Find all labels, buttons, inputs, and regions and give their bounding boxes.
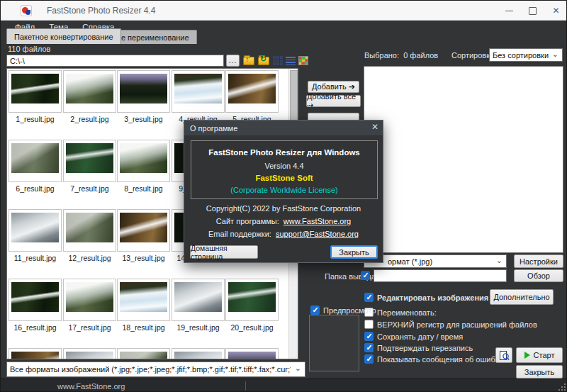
path-input[interactable]: C:\-\ (6, 55, 224, 67)
list-item[interactable] (117, 348, 170, 359)
thumbnail-view-icon[interactable] (273, 55, 285, 67)
selected-label: Выбрано: 0 файлов (364, 51, 438, 60)
company-name: FastStone Soft (191, 174, 377, 182)
selected-files-list[interactable] (364, 66, 563, 253)
list-item[interactable]: 5_result.jpg (225, 70, 279, 123)
app-window: FastStone Photo Resizer 4.4 Файл Тема Сп… (0, 0, 567, 392)
show-errors-label: Показывать сообщения об ошибках (377, 355, 507, 364)
rename-label: Переименовать: (377, 308, 437, 317)
list-item[interactable]: 6_result.jpg (9, 140, 62, 193)
refresh-folder-icon[interactable]: ↻ (258, 55, 270, 67)
about-close-icon[interactable]: ✕ (371, 122, 378, 132)
list-item[interactable]: 12_result.jpg (63, 209, 116, 262)
preview-label: Предпросмотр (323, 306, 376, 315)
preview-pane (309, 315, 359, 371)
about-close-button[interactable]: Закрыть (330, 245, 378, 259)
about-dialog-titlebar[interactable]: О программе ✕ (184, 121, 383, 135)
site-link[interactable]: www.FastStone.org (284, 217, 351, 225)
confirm-overwrite-checkbox[interactable] (364, 343, 374, 352)
tab-row: Пакетное конвертирование Пакетное переим… (1, 28, 567, 44)
magnifier-document-icon (499, 350, 510, 361)
list-item[interactable]: 7_result.jpg (63, 140, 116, 193)
list-item[interactable] (63, 348, 116, 359)
list-item[interactable]: 2_result.jpg (63, 70, 116, 123)
list-item[interactable]: 20_result.jpg (225, 279, 279, 332)
faststone-link[interactable]: www.FastStone.org (57, 382, 125, 391)
preview-checkbox[interactable] (310, 306, 320, 315)
start-button[interactable]: Старт (516, 347, 563, 363)
product-version: Version 4.4 (191, 162, 377, 170)
browse-path-button[interactable]: ... (226, 55, 240, 67)
email-row: Email поддержки: support@FastStone.org (184, 230, 383, 238)
list-view-icon[interactable] (286, 55, 298, 67)
sort-dropdown[interactable]: Без сортировки⌄ (489, 48, 563, 62)
list-item[interactable] (172, 348, 225, 359)
advanced-button[interactable]: Дополнительно (490, 289, 554, 305)
list-item[interactable]: 18_result.jpg (117, 279, 170, 332)
app-logo-icon (21, 5, 32, 16)
uppercase-ext-label: ВЕРХНИЙ регистр для расширений файлов (377, 320, 537, 329)
list-item[interactable] (9, 348, 62, 359)
list-item[interactable]: 8_result.jpg (117, 140, 170, 193)
keep-date-checkbox[interactable] (364, 332, 374, 341)
list-item[interactable]: 16_result.jpg (9, 279, 62, 332)
status-separator (245, 381, 246, 391)
home-page-button[interactable]: Домашняя страница (190, 245, 258, 259)
maximize-button[interactable] (521, 1, 544, 21)
edit-images-label: Редактировать изображения (377, 293, 488, 302)
copyright-text: Copyright(C) 2022 by FastStone Corporati… (184, 204, 383, 213)
about-dialog-title: О программе (190, 124, 237, 133)
license-type: (Corporate Worldwide License) (191, 186, 377, 194)
preview-result-button[interactable] (495, 347, 512, 363)
product-name: FastStone Photo Resizer для Windows (191, 148, 377, 157)
folder-up-icon[interactable]: ↑ (243, 55, 255, 67)
site-row: Сайт программы: www.FastStone.org (184, 217, 383, 225)
about-dialog: О программе ✕ FastStone Photo Resizer дл… (184, 120, 383, 263)
list-item[interactable]: 19_result.jpg (172, 279, 225, 332)
list-item[interactable]: 3_result.jpg (117, 70, 170, 123)
minimize-button[interactable] (498, 1, 521, 21)
close-button[interactable]: Закрыть (516, 365, 563, 379)
chevron-down-icon: ⌄ (295, 364, 301, 373)
list-item[interactable]: 4_result.jpg (172, 70, 225, 123)
chevron-down-icon: ⌄ (496, 256, 503, 265)
list-item[interactable]: 11_result.jpg (9, 209, 62, 262)
list-item[interactable]: 1_result.jpg (9, 70, 62, 123)
chevron-down-icon: ⌄ (552, 50, 558, 59)
browse-output-button[interactable]: Обзор (514, 269, 563, 282)
list-item[interactable]: 17_result.jpg (63, 279, 116, 332)
confirm-overwrite-label: Подтверждать перезапись (377, 344, 473, 352)
statusbar: www.FastStone.org (1, 379, 567, 392)
list-item[interactable]: 13_result.jpg (117, 209, 170, 262)
add-all-button[interactable]: Добавить все ⇢ (306, 95, 361, 107)
edit-images-checkbox[interactable] (364, 293, 374, 302)
tab-batch-convert[interactable]: Пакетное конвертирование (6, 28, 121, 44)
output-folder-input[interactable] (374, 269, 507, 282)
file-count-label: 110 файлов (8, 45, 50, 53)
close-window-button[interactable] (544, 1, 567, 21)
details-view-icon[interactable] (298, 55, 310, 67)
list-item[interactable] (225, 348, 279, 359)
uppercase-ext-checkbox[interactable] (364, 320, 374, 329)
output-format-dropdown[interactable]: ормат (*.jpg)⌄ (364, 254, 507, 268)
resize-grip[interactable] (558, 383, 566, 391)
titlebar: FastStone Photo Resizer 4.4 (1, 1, 567, 21)
keep-date-label: Сохранять дату / время (377, 332, 463, 341)
about-info-box: FastStone Photo Resizer для Windows Vers… (191, 140, 378, 199)
play-icon (524, 352, 530, 359)
email-link[interactable]: support@FastStone.org (276, 230, 359, 238)
window-title: FastStone Photo Resizer 4.4 (47, 6, 155, 16)
settings-button[interactable]: Настройки (514, 254, 563, 268)
output-folder-checkbox[interactable] (361, 271, 370, 280)
format-filter-dropdown[interactable]: Все форматы изображений (*.jpg;*.jpe;*.j… (6, 362, 305, 377)
add-button[interactable]: Добавить ➔ (308, 81, 359, 93)
show-errors-checkbox[interactable] (364, 354, 374, 364)
